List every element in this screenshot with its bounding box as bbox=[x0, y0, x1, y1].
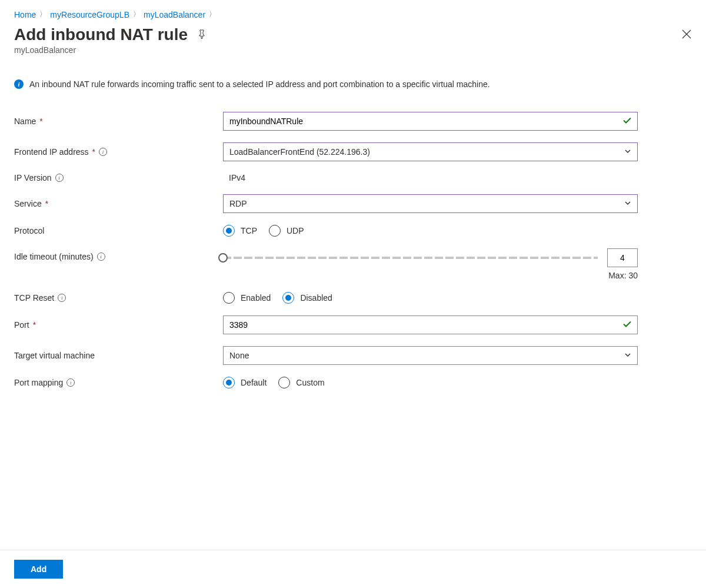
page-title: Add inbound NAT rule bbox=[14, 25, 188, 44]
breadcrumb: Home 〉 myResourceGroupLB 〉 myLoadBalance… bbox=[14, 9, 692, 19]
target-vm-label: Target virtual machine bbox=[14, 351, 95, 360]
breadcrumb-resource-group[interactable]: myResourceGroupLB bbox=[50, 10, 129, 19]
service-label: Service bbox=[14, 199, 42, 208]
tcp-reset-label: TCP Reset bbox=[14, 293, 54, 303]
idle-timeout-max: Max: 30 bbox=[223, 271, 638, 280]
chevron-right-icon: 〉 bbox=[209, 9, 216, 19]
port-input[interactable] bbox=[223, 315, 638, 334]
protocol-tcp-radio[interactable]: TCP bbox=[223, 225, 257, 237]
chevron-down-icon bbox=[624, 199, 631, 208]
chevron-down-icon bbox=[624, 147, 631, 157]
frontend-ip-value: LoadBalancerFrontEnd (52.224.196.3) bbox=[229, 147, 370, 157]
protocol-label: Protocol bbox=[14, 226, 44, 235]
breadcrumb-home[interactable]: Home bbox=[14, 10, 36, 19]
help-icon[interactable]: i bbox=[99, 148, 107, 156]
add-button[interactable]: Add bbox=[14, 560, 63, 579]
target-vm-select[interactable]: None bbox=[223, 346, 638, 365]
breadcrumb-load-balancer[interactable]: myLoadBalancer bbox=[144, 10, 205, 19]
info-banner: i An inbound NAT rule forwards incoming … bbox=[14, 78, 626, 91]
help-icon[interactable]: i bbox=[66, 378, 75, 387]
tcp-reset-enabled-radio[interactable]: Enabled bbox=[223, 292, 271, 304]
idle-timeout-input[interactable] bbox=[607, 248, 638, 267]
port-mapping-custom-radio[interactable]: Custom bbox=[278, 377, 324, 388]
info-icon: i bbox=[14, 79, 24, 89]
radio-unselected-icon bbox=[223, 292, 235, 304]
chevron-right-icon: 〉 bbox=[39, 9, 46, 19]
help-icon[interactable]: i bbox=[55, 174, 64, 182]
chevron-right-icon: 〉 bbox=[133, 9, 140, 19]
radio-selected-icon bbox=[223, 225, 235, 237]
help-icon[interactable]: i bbox=[97, 253, 105, 261]
name-label: Name bbox=[14, 117, 36, 126]
required-marker: * bbox=[39, 117, 42, 126]
protocol-tcp-label: TCP bbox=[241, 226, 257, 235]
page-subtitle: myLoadBalancer bbox=[14, 45, 692, 55]
info-text: An inbound NAT rule forwards incoming tr… bbox=[29, 78, 490, 91]
protocol-udp-label: UDP bbox=[287, 226, 304, 235]
target-vm-value: None bbox=[229, 351, 249, 360]
required-marker: * bbox=[45, 199, 48, 208]
radio-selected-icon bbox=[282, 292, 294, 304]
radio-selected-icon bbox=[223, 377, 235, 388]
slider-thumb[interactable] bbox=[218, 253, 228, 263]
port-mapping-default-radio[interactable]: Default bbox=[223, 377, 267, 388]
idle-timeout-label: Idle timeout (minutes) bbox=[14, 252, 94, 261]
radio-unselected-icon bbox=[269, 225, 281, 237]
ip-version-label: IP Version bbox=[14, 173, 52, 182]
footer: Add bbox=[0, 550, 706, 588]
name-input[interactable] bbox=[223, 112, 638, 131]
required-marker: * bbox=[92, 147, 95, 157]
service-select[interactable]: RDP bbox=[223, 194, 638, 213]
pin-icon[interactable] bbox=[197, 29, 207, 41]
frontend-ip-label: Frontend IP address bbox=[14, 147, 89, 157]
tcp-reset-enabled-label: Enabled bbox=[241, 293, 271, 303]
required-marker: * bbox=[33, 320, 36, 330]
tcp-reset-disabled-radio[interactable]: Disabled bbox=[282, 292, 332, 304]
port-mapping-label: Port mapping bbox=[14, 378, 63, 387]
service-value: RDP bbox=[229, 199, 247, 208]
radio-unselected-icon bbox=[278, 377, 290, 388]
idle-timeout-slider[interactable] bbox=[223, 257, 598, 259]
ip-version-value: IPv4 bbox=[223, 173, 251, 182]
port-label: Port bbox=[14, 320, 29, 330]
help-icon[interactable]: i bbox=[58, 294, 66, 302]
protocol-udp-radio[interactable]: UDP bbox=[269, 225, 304, 237]
port-mapping-custom-label: Custom bbox=[296, 378, 324, 387]
port-mapping-default-label: Default bbox=[241, 378, 267, 387]
close-icon[interactable] bbox=[681, 29, 692, 41]
frontend-ip-select[interactable]: LoadBalancerFrontEnd (52.224.196.3) bbox=[223, 142, 638, 161]
tcp-reset-disabled-label: Disabled bbox=[300, 293, 332, 303]
chevron-down-icon bbox=[624, 351, 631, 360]
